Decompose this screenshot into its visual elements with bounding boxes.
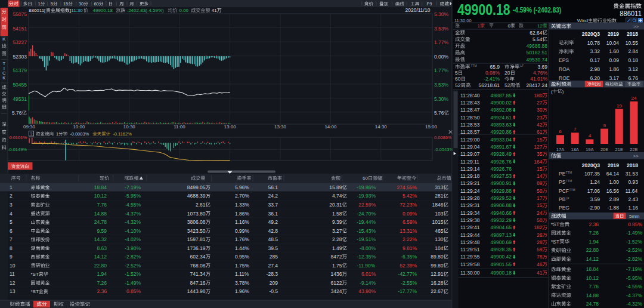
svg-text:22E: 22E — [630, 147, 637, 152]
svg-text:2.28: 2.28 — [332, 236, 342, 242]
svg-text:76: 76 — [537, 254, 543, 260]
svg-text:49926.76: 49926.76 — [491, 159, 512, 165]
svg-text:11:29:18: 11:29:18 — [460, 173, 480, 179]
svg-text:1: 1 — [10, 184, 13, 190]
svg-text:PEG: PEG — [559, 205, 569, 211]
svg-text:0.93: 0.93 — [628, 179, 639, 185]
svg-text:741.34: 741.34 — [190, 271, 206, 277]
svg-text:50: 50 — [537, 217, 543, 223]
svg-text:24: 24 — [631, 96, 637, 101]
svg-text:8499.05: 8499.05 — [187, 184, 206, 190]
svg-text:602.34: 602.34 — [190, 254, 206, 260]
svg-text:10.78: 10.78 — [587, 40, 600, 46]
svg-text:53227: 53227 — [13, 39, 27, 45]
svg-text:46: 46 — [537, 261, 543, 267]
svg-text:15: 15 — [537, 137, 543, 143]
svg-text:14:00: 14:00 — [324, 124, 337, 130]
svg-text:11:29:28: 11:29:28 — [460, 195, 480, 201]
svg-text:6.01%: 6.01% — [361, 271, 376, 277]
svg-text:-24.70%: -24.70% — [357, 211, 376, 217]
svg-text:2.98: 2.98 — [590, 66, 600, 72]
svg-text:1.11%: 1.11% — [235, 271, 249, 277]
svg-text:1443.98: 1443.98 — [187, 288, 206, 294]
svg-text:4.74: 4.74 — [332, 193, 342, 199]
svg-text:49932.29: 49932.29 — [491, 217, 512, 223]
svg-text:-12.35%: -12.35% — [357, 254, 376, 260]
svg-text:847.16: 847.16 — [190, 280, 206, 286]
svg-text:11:29:58: 11:29:58 — [460, 261, 480, 267]
svg-text:49900.42: 49900.42 — [491, 254, 512, 260]
svg-text:11:29:48: 11:29:48 — [460, 239, 480, 245]
svg-text:0.85%: 0.85% — [126, 288, 141, 294]
svg-text:50162.51: 50162.51 — [527, 50, 548, 56]
svg-text:28417.24: 28417.24 — [527, 82, 548, 88]
svg-text:39.5: 39.5 — [268, 245, 278, 251]
svg-text:-4.02%: -4.02% — [125, 236, 141, 242]
svg-text:5min: 5min — [629, 214, 639, 219]
svg-text:9.59: 9.59 — [97, 228, 107, 234]
svg-text:60: 60 — [94, 1, 98, 7]
svg-text:-8.00%: -8.00% — [360, 245, 376, 251]
svg-text:2.22%: 2.22% — [402, 236, 417, 242]
svg-text:11:28:40: 11:28:40 — [460, 93, 480, 98]
svg-text:4.76%: 4.76% — [533, 70, 548, 76]
svg-text:-5.95%: -5.95% — [125, 193, 141, 199]
svg-text:-2.82%: -2.82% — [125, 254, 141, 260]
svg-text:3.32: 3.32 — [590, 48, 600, 54]
svg-text:24: 24 — [537, 210, 543, 216]
svg-text:42: 42 — [537, 122, 543, 128]
svg-text:22.59%: 22.59% — [358, 202, 376, 208]
svg-text:28: 28 — [537, 239, 543, 245]
svg-text:33.7: 33.7 — [268, 202, 278, 208]
svg-text:49924.61: 49924.61 — [491, 115, 512, 121]
svg-text:2.61: 2.61 — [196, 202, 206, 208]
svg-text:27: 27 — [537, 100, 543, 106]
svg-text:49929.88: 49929.88 — [491, 188, 512, 194]
svg-text:1.86%: 1.86% — [235, 211, 250, 217]
svg-text:7.26: 7.26 — [589, 230, 599, 236]
svg-text:13:30: 13:30 — [274, 124, 287, 130]
svg-text:-2402.83(-4.59%): -2402.83(-4.59%) — [127, 8, 165, 13]
svg-text:1.00: 1.00 — [609, 179, 620, 185]
svg-text:60: 60 — [363, 175, 368, 181]
svg-text:1: 1 — [38, 1, 41, 7]
svg-text:11:29:41: 11:29:41 — [460, 224, 480, 230]
svg-text:49892.08: 49892.08 — [491, 107, 512, 113]
svg-text:0.17: 0.17 — [590, 57, 600, 63]
svg-text:60: 60 — [455, 76, 461, 82]
svg-text:11: 11 — [10, 271, 15, 277]
svg-text:5.76: 5.76 — [434, 110, 444, 116]
svg-text:14.32: 14.32 — [94, 236, 107, 242]
svg-text:TTM: TTM — [569, 188, 575, 192]
svg-text:31.53: 31.53 — [626, 171, 639, 177]
svg-text:11:29:04: 11:29:04 — [460, 144, 480, 150]
svg-text:6.20: 6.20 — [590, 75, 600, 81]
svg-text:23: 23 — [537, 115, 543, 121]
svg-text:3.12: 3.12 — [628, 66, 639, 72]
svg-text:41.01%: 41.01% — [530, 76, 547, 82]
svg-text:49928.49: 49928.49 — [491, 151, 512, 157]
svg-text:1.77%: 1.77% — [434, 67, 449, 73]
svg-text:49900.69: 49900.69 — [491, 239, 512, 245]
svg-text:18.84: 18.84 — [94, 184, 107, 190]
svg-text:2020/11/10: 2020/11/10 — [405, 7, 431, 13]
svg-text:-1.49%: -1.49% — [626, 230, 642, 236]
svg-text:7.26: 7.26 — [97, 280, 107, 286]
svg-text:-19.44%: -19.44% — [357, 219, 376, 225]
svg-text:15:00: 15:00 — [425, 124, 438, 130]
svg-text:-2.55%: -2.55% — [401, 280, 417, 286]
svg-text:11:29:31: 11:29:31 — [460, 202, 480, 208]
svg-text:36.1: 36.1 — [268, 211, 278, 217]
svg-text:16.28: 16.28 — [431, 280, 444, 286]
svg-text:0: 0 — [508, 23, 511, 29]
svg-text:49900.02: 49900.02 — [491, 100, 512, 106]
svg-text:ROE: ROE — [559, 75, 570, 81]
svg-text:11:29:07: 11:29:07 — [460, 151, 480, 157]
svg-text:15: 15 — [537, 166, 543, 172]
svg-text:30: 30 — [79, 1, 83, 7]
svg-text:-19.93%: -19.93% — [357, 193, 376, 199]
svg-text:20.31: 20.31 — [329, 202, 342, 208]
svg-text:-0.1162%: -0.1162% — [113, 131, 132, 137]
svg-text:11:30: 11:30 — [71, 8, 83, 13]
svg-text:55075: 55075 — [13, 11, 27, 17]
